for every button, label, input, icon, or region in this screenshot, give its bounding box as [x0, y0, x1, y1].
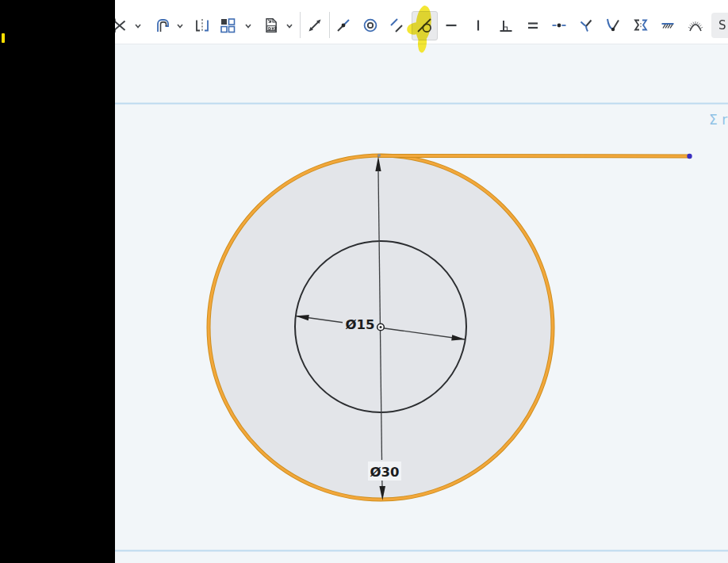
tangent-icon [416, 17, 433, 34]
tangency-point[interactable] [377, 154, 381, 157]
scissors-icon [115, 17, 128, 34]
pierce-icon [604, 17, 622, 34]
toolbar-divider [300, 12, 301, 38]
curvature-constraint-button[interactable] [687, 17, 704, 34]
insert-dxf-button[interactable]: DXF [262, 17, 280, 34]
center-point-marker[interactable] [377, 324, 385, 331]
chevron-down-icon [284, 21, 295, 32]
equal-icon [524, 17, 542, 34]
left-panel-masked [0, 0, 115, 563]
equal-constraint-button[interactable] [524, 17, 542, 34]
curvature-comb-icon [687, 17, 704, 34]
pattern-dropdown[interactable] [243, 21, 254, 32]
right-panel-button[interactable]: S [711, 13, 728, 38]
mirror-button[interactable] [193, 17, 211, 34]
horizontal-constraint-button[interactable] [443, 17, 460, 34]
vertical-constraint-button[interactable] [469, 17, 487, 34]
chevron-down-icon [243, 21, 254, 32]
parallel-icon [388, 17, 405, 34]
mirror-icon [193, 17, 211, 34]
symmetric-icon [632, 17, 649, 34]
tangent-constraint-button[interactable] [416, 17, 433, 34]
dim-label-inner[interactable]: Ø15 [346, 317, 375, 332]
dxf-file-icon: DXF [262, 17, 280, 34]
app-window: Σ r Ø30 [0, 0, 728, 563]
dxf-badge: DXF [268, 26, 277, 31]
concentric-constraint-button[interactable] [362, 17, 379, 34]
trim-button[interactable] [115, 17, 128, 34]
chevron-down-icon [174, 21, 186, 32]
sketch-canvas[interactable]: Σ r Ø30 [115, 0, 728, 563]
pierce-constraint-button[interactable] [604, 17, 622, 34]
normal-constraint-button[interactable] [577, 17, 595, 34]
pattern-button[interactable] [219, 17, 236, 34]
horizontal-line-icon [443, 17, 460, 34]
pattern-icon [219, 17, 236, 34]
toolbar-divider [329, 12, 330, 38]
perpendicular-icon [497, 17, 515, 34]
line-endpoint[interactable] [687, 154, 692, 159]
concentric-icon [362, 17, 379, 34]
chevron-down-icon [132, 21, 144, 32]
midpoint-constraint-button[interactable] [550, 17, 568, 34]
dimension-button[interactable] [306, 17, 324, 34]
canvas-bottom-rule [115, 550, 728, 552]
parallel-constraint-button[interactable] [388, 17, 405, 34]
tangent-line[interactable] [379, 156, 689, 157]
dim-label-outer[interactable]: Ø30 [370, 465, 400, 480]
fix-icon [659, 17, 676, 34]
canvas-watermark: Σ r [709, 112, 727, 128]
right-panel-button-label: S [718, 18, 726, 33]
sketch-toolbar: DXF [115, 0, 728, 44]
dimension-arrow-icon [306, 17, 324, 34]
coincident-icon [335, 17, 352, 34]
left-panel-highlight-mark [2, 33, 5, 43]
offset-dropdown[interactable] [174, 21, 186, 32]
canvas-top-rule [115, 103, 728, 105]
perpendicular-constraint-button[interactable] [497, 17, 515, 34]
coincident-constraint-button[interactable] [335, 17, 352, 34]
graphics-area: Σ r Ø30 [115, 0, 728, 563]
offset-icon [155, 17, 172, 34]
fix-constraint-button[interactable] [659, 17, 676, 34]
insert-dxf-dropdown[interactable] [284, 21, 295, 32]
normal-icon [577, 17, 595, 34]
symmetric-constraint-button[interactable] [632, 17, 649, 34]
trim-dropdown[interactable] [132, 21, 144, 32]
midpoint-icon [550, 17, 568, 34]
offset-button[interactable] [155, 17, 172, 34]
vertical-line-icon [469, 17, 487, 34]
